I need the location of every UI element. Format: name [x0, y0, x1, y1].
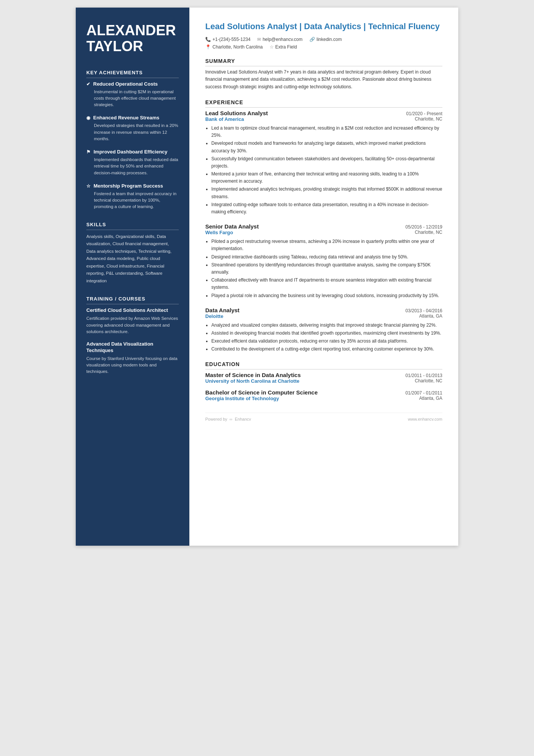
edu-dates-2: 01/2007 - 01/2011 — [406, 390, 442, 396]
bullet-item: Developed robust models and frameworks f… — [211, 140, 442, 154]
main-content: Lead Solutions Analyst | Data Analytics … — [189, 8, 458, 546]
powered-by-label: Powered by — [205, 417, 227, 421]
bullet-item: Integrated cutting-edge software tools t… — [211, 201, 442, 216]
contact-email: ✉ help@enhancv.com — [257, 37, 302, 42]
summary-text: Innovative Lead Solutions Analyst with 7… — [205, 69, 442, 91]
sidebar: ALEXANDER TAYLOR KEY ACHIEVEMENTS ✔ Redu… — [76, 8, 189, 546]
candidate-name: ALEXANDER TAYLOR — [86, 23, 179, 55]
summary-title: SUMMARY — [205, 58, 442, 66]
edu-entry-1: Master of Science in Data Analytics 01/2… — [205, 372, 442, 384]
footer-website: www.enhancv.com — [408, 417, 442, 421]
edu-dates-1: 01/2011 - 01/2013 — [406, 373, 442, 378]
achievement-title-2: Enhanced Revenue Streams — [93, 115, 159, 121]
exp-company-1: Bank of America — [205, 116, 244, 122]
exp-entry-3: Data Analyst 03/2013 - 04/2016 Deloitte … — [205, 307, 442, 353]
skills-title: SKILLS — [86, 222, 179, 230]
experience-section: EXPERIENCE Lead Solutions Analyst 01/202… — [205, 99, 442, 353]
edu-location-2: Atlanta, GA — [419, 396, 442, 401]
achievement-title-3: Improved Dashboard Efficiency — [94, 149, 167, 155]
location-icon: 📍 — [205, 44, 211, 50]
edu-entry-2: Bachelor of Science in Computer Science … — [205, 389, 442, 401]
bullet-item: Implemented advanced analytics technique… — [211, 186, 442, 200]
contact-linkedin: 🔗 linkedin.com — [309, 37, 342, 42]
achievements-title: KEY ACHIEVEMENTS — [86, 70, 179, 78]
bullet-item: Collaborated effectively with finance an… — [211, 277, 442, 291]
achievement-desc-3: Implemented dashboards that reduced data… — [86, 157, 179, 176]
achievement-title-4: Mentorship Program Success — [94, 183, 163, 189]
achievement-item-4: ☆ Mentorship Program Success Fostered a … — [86, 183, 179, 210]
training-item-1: Certified Cloud Solutions Architect Cert… — [86, 307, 179, 335]
bullet-item: Assisted in developing financial models … — [211, 330, 442, 337]
circle-icon: ◉ — [86, 115, 90, 121]
skills-text: Analysis skills, Organizational skills, … — [86, 233, 179, 285]
education-section: EDUCATION Master of Science in Data Anal… — [205, 361, 442, 401]
achievement-desc-2: Developed strategies that resulted in a … — [86, 122, 179, 142]
exp-bullets-1: Led a team to optimize cloud financial m… — [205, 125, 442, 216]
exp-bullets-2: Piloted a project restructuring revenue … — [205, 238, 442, 299]
achievement-desc-1: Instrumental in cutting $2M in operation… — [86, 89, 179, 108]
brand-name: Enhancv — [235, 417, 251, 421]
exp-dates-2: 05/2016 - 12/2019 — [406, 224, 442, 230]
achievements-section: KEY ACHIEVEMENTS ✔ Reduced Operational C… — [86, 70, 179, 210]
footer-left: Powered by ∞ Enhancv — [205, 417, 251, 421]
bullet-item: Contributed to the development of a cutt… — [211, 346, 442, 353]
bullet-item: Executed efficient data validation proto… — [211, 338, 442, 345]
bullet-item: Successfully bridged communication betwe… — [211, 155, 442, 170]
training-desc-2: Course by Stanford University focusing o… — [86, 355, 179, 375]
education-title: EDUCATION — [205, 361, 442, 369]
edu-degree-1: Master of Science in Data Analytics — [205, 372, 301, 378]
bullet-item: Led a team to optimize cloud financial m… — [211, 125, 442, 139]
achievement-title-1: Reduced Operational Costs — [93, 81, 158, 87]
bullet-item: Mentored a junior team of five, enhancin… — [211, 171, 442, 185]
exp-location-3: Atlanta, GA — [419, 313, 442, 319]
summary-section: SUMMARY Innovative Lead Solutions Analys… — [205, 58, 442, 91]
edu-school-1: University of North Carolina at Charlott… — [205, 378, 299, 384]
email-icon: ✉ — [257, 37, 261, 42]
edu-degree-2: Bachelor of Science in Computer Science — [205, 389, 318, 396]
training-desc-1: Certification provided by Amazon Web Ser… — [86, 315, 179, 335]
bullet-item: Analyzed and visualized complex datasets… — [211, 322, 442, 329]
star-icon: ☆ — [86, 183, 91, 189]
bullet-item: Piloted a project restructuring revenue … — [211, 238, 442, 252]
exp-company-3: Deloitte — [205, 313, 223, 319]
exp-title-1: Lead Solutions Analyst — [205, 110, 268, 116]
footer: Powered by ∞ Enhancv www.enhancv.com — [205, 413, 442, 421]
achievement-item-3: ⚑ Improved Dashboard Efficiency Implemen… — [86, 149, 179, 176]
star-extra-icon: ☆ — [270, 44, 274, 50]
exp-title-2: Senior Data Analyst — [205, 223, 259, 230]
contact-extra: ☆ Extra Field — [270, 44, 297, 50]
edu-school-2: Georgia Institute of Technology — [205, 396, 279, 401]
training-section: TRAINING / COURSES Certified Cloud Solut… — [86, 296, 179, 375]
bullet-item: Designed interactive dashboards using Ta… — [211, 254, 442, 261]
exp-title-3: Data Analyst — [205, 307, 239, 313]
bullet-item: Played a pivotal role in advancing the b… — [211, 292, 442, 299]
exp-location-1: Charlotte, NC — [415, 116, 442, 122]
contact-row: 📞 +1-(234)-555-1234 ✉ help@enhancv.com 🔗… — [205, 37, 442, 42]
edu-location-1: Charlotte, NC — [415, 378, 442, 384]
contact-location: 📍 Charlotte, North Carolina — [205, 44, 263, 50]
main-headline: Lead Solutions Analyst | Data Analytics … — [205, 21, 442, 32]
enhancv-logo: ∞ — [230, 417, 233, 421]
flag-icon: ⚑ — [86, 149, 91, 155]
achievement-item-2: ◉ Enhanced Revenue Streams Developed str… — [86, 115, 179, 142]
experience-title: EXPERIENCE — [205, 99, 442, 108]
achievement-desc-4: Fostered a team that improved accuracy i… — [86, 191, 179, 210]
exp-location-2: Charlotte, NC — [415, 230, 442, 235]
checkmark-icon: ✔ — [86, 81, 90, 87]
training-title-1: Certified Cloud Solutions Architect — [86, 307, 179, 314]
exp-entry-1: Lead Solutions Analyst 01/2020 - Present… — [205, 110, 442, 216]
exp-entry-2: Senior Data Analyst 05/2016 - 12/2019 We… — [205, 223, 442, 299]
skills-section: SKILLS Analysis skills, Organizational s… — [86, 222, 179, 285]
training-item-2: Advanced Data Visualization Techniques C… — [86, 341, 179, 375]
resume-container: ALEXANDER TAYLOR KEY ACHIEVEMENTS ✔ Redu… — [76, 8, 458, 546]
exp-company-2: Wells Fargo — [205, 230, 233, 235]
exp-dates-3: 03/2013 - 04/2016 — [406, 308, 442, 313]
contact-phone: 📞 +1-(234)-555-1234 — [205, 37, 250, 42]
exp-dates-1: 01/2020 - Present — [406, 111, 442, 116]
training-title-2: Advanced Data Visualization Techniques — [86, 341, 179, 354]
exp-bullets-3: Analyzed and visualized complex datasets… — [205, 322, 442, 353]
bullet-item: Streamlined operations by identifying re… — [211, 261, 442, 276]
contact-row-2: 📍 Charlotte, North Carolina ☆ Extra Fiel… — [205, 44, 442, 50]
phone-icon: 📞 — [205, 37, 211, 42]
achievement-item-1: ✔ Reduced Operational Costs Instrumental… — [86, 81, 179, 108]
